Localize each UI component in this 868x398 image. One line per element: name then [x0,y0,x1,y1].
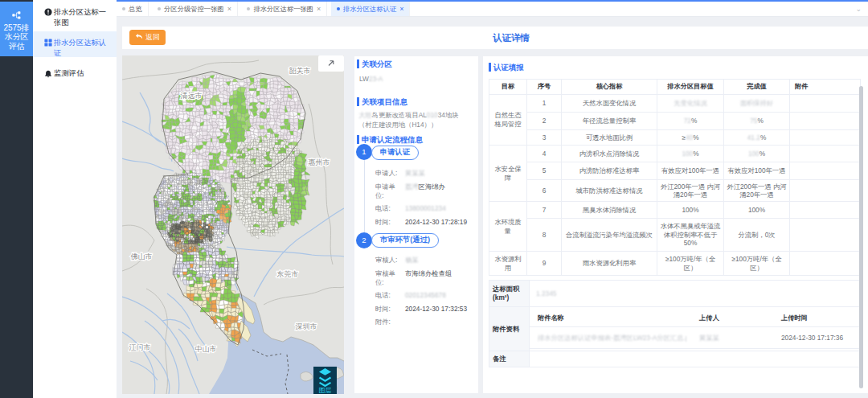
svg-text:韶关市: 韶关市 [289,67,311,75]
svg-text:图层: 图层 [319,387,332,394]
svg-text:深圳市: 深圳市 [296,322,317,330]
svg-text:惠州市: 惠州市 [308,158,330,166]
svg-text:清远市: 清远市 [180,92,203,100]
svg-text:江门市: 江门市 [129,343,151,351]
svg-text:东莞市: 东莞市 [276,270,299,278]
svg-text:中山市: 中山市 [195,345,217,353]
svg-text:佛山市: 佛山市 [131,252,153,261]
